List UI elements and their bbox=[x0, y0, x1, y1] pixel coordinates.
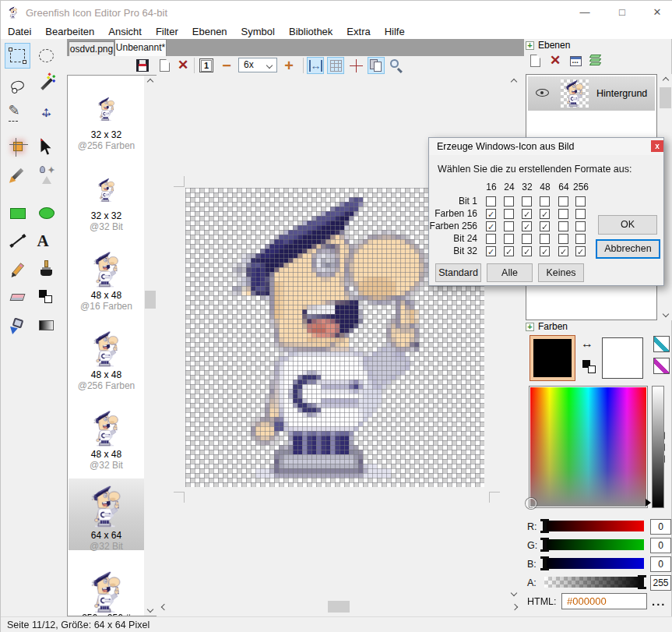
swap-colors-icon[interactable]: ↔ bbox=[581, 337, 593, 351]
checkbox-1Bit-64[interactable] bbox=[558, 196, 568, 207]
scroll-up-icon[interactable] bbox=[659, 74, 672, 87]
checkbox-1Bit-48[interactable] bbox=[540, 196, 550, 207]
menu-bibliothek[interactable]: Bibliothek bbox=[282, 24, 340, 39]
scroll-up-icon[interactable] bbox=[507, 75, 520, 88]
page-item-7[interactable]: 256 x 256 # bbox=[69, 569, 144, 616]
actual-size-button[interactable]: 1 bbox=[198, 57, 215, 74]
dialog-close-icon[interactable]: x bbox=[651, 140, 663, 152]
tool-rectangle[interactable] bbox=[5, 200, 30, 226]
menu-ansicht[interactable]: Ansicht bbox=[101, 24, 149, 39]
minimize-icon[interactable]: — bbox=[572, 4, 598, 21]
b-value[interactable]: 0 bbox=[650, 556, 671, 572]
checkbox-1Bit-32[interactable] bbox=[522, 196, 532, 207]
fit-window-button[interactable]: ↔ bbox=[307, 57, 324, 74]
scroll-left-icon[interactable] bbox=[157, 600, 171, 613]
tool-crop[interactable] bbox=[5, 133, 30, 159]
a-value[interactable]: 255 bbox=[650, 575, 671, 591]
checkbox-32Bit-256[interactable]: ✓ bbox=[575, 246, 586, 256]
cancel-button[interactable]: Abbrechen bbox=[596, 239, 660, 259]
save-button[interactable] bbox=[134, 57, 151, 74]
ok-button[interactable]: OK bbox=[598, 215, 657, 235]
layer-properties-button[interactable] bbox=[566, 51, 585, 70]
tab-osdvdpng[interactable]: osdvd.png bbox=[69, 41, 114, 56]
checkbox-24Bit-256[interactable] bbox=[575, 234, 586, 244]
tool-select-pen[interactable]: ✎ bbox=[5, 99, 30, 125]
checkbox-24Bit-16[interactable] bbox=[486, 234, 496, 244]
background-color-swatch[interactable] bbox=[602, 337, 643, 379]
checkbox-16Farben-32[interactable]: ✓ bbox=[522, 209, 532, 219]
checkbox-16Farben-64[interactable] bbox=[558, 209, 568, 219]
checkbox-32Bit-48[interactable]: ✓ bbox=[540, 246, 550, 256]
tool-color-replace[interactable] bbox=[33, 284, 59, 310]
tool-ellipse[interactable] bbox=[33, 200, 59, 226]
tool-select-lasso[interactable] bbox=[5, 71, 30, 97]
checkbox-256Farben-64[interactable] bbox=[558, 221, 568, 231]
tool-text[interactable]: A bbox=[33, 228, 59, 254]
menu-hilfe[interactable]: Hilfe bbox=[378, 24, 412, 39]
magnifier-button[interactable] bbox=[388, 57, 405, 74]
foreground-color-swatch[interactable] bbox=[530, 336, 575, 380]
layer-merge-button[interactable] bbox=[586, 51, 605, 70]
pages-scrollbar[interactable] bbox=[144, 76, 157, 616]
hue-saturation-field[interactable] bbox=[529, 386, 648, 508]
show-grid-button[interactable] bbox=[327, 57, 344, 74]
checkbox-16Farben-24[interactable] bbox=[504, 209, 514, 219]
maximize-icon[interactable]: □ bbox=[609, 4, 635, 21]
tool-pointer[interactable] bbox=[33, 133, 59, 159]
tool-eyedropper[interactable] bbox=[5, 161, 30, 187]
slider-handle[interactable] bbox=[640, 575, 644, 589]
transparent-color-chip[interactable] bbox=[653, 336, 670, 352]
tool-retouch[interactable]: ✦ bbox=[33, 161, 59, 187]
dialog-title-bar[interactable]: Erzeuge Windows-Icon aus Bild bbox=[429, 138, 663, 155]
layer-row-hintergrund[interactable]: Hintergrund bbox=[528, 76, 655, 111]
tab-unbenannt[interactable]: Unbenannt* bbox=[114, 39, 167, 56]
value-pointer-icon[interactable] bbox=[646, 499, 651, 507]
checkbox-32Bit-32[interactable]: ✓ bbox=[522, 246, 532, 256]
inverted-color-chip[interactable] bbox=[653, 358, 670, 374]
r-slider[interactable] bbox=[544, 521, 644, 531]
page-item-4[interactable]: 48 x 48@256 Farben bbox=[69, 326, 144, 404]
menu-datei[interactable]: Datei bbox=[1, 24, 38, 39]
g-value[interactable]: 0 bbox=[650, 538, 671, 553]
checkbox-32Bit-64[interactable]: ✓ bbox=[558, 246, 568, 256]
checkbox-16Farben-256[interactable] bbox=[575, 209, 586, 219]
tool-magic-wand[interactable] bbox=[33, 71, 59, 97]
checkbox-256Farben-24[interactable] bbox=[504, 221, 514, 231]
fg-bg-mini-icon[interactable] bbox=[582, 360, 598, 376]
checkbox-1Bit-256[interactable] bbox=[575, 196, 586, 207]
checkbox-24Bit-48[interactable] bbox=[540, 234, 550, 244]
more-colors-button[interactable]: ... bbox=[652, 595, 667, 608]
delete-page-button[interactable]: ✕ bbox=[174, 57, 192, 74]
scrollbar-thumb[interactable] bbox=[328, 601, 350, 613]
tool-gradient[interactable] bbox=[33, 312, 59, 338]
tool-select-rect[interactable] bbox=[5, 43, 30, 69]
scroll-down-icon[interactable] bbox=[659, 308, 672, 320]
canvas-hscrollbar[interactable] bbox=[157, 600, 521, 613]
menu-symbol[interactable]: Symbol bbox=[234, 24, 282, 39]
tool-eraser[interactable] bbox=[5, 284, 30, 310]
zoom-select[interactable]: 6x bbox=[238, 58, 277, 72]
new-page-button[interactable] bbox=[156, 57, 173, 74]
all-button[interactable]: Alle bbox=[487, 263, 533, 282]
a-slider[interactable] bbox=[544, 577, 644, 588]
menu-filter[interactable]: Filter bbox=[149, 24, 185, 39]
tool-bucket-fill[interactable] bbox=[5, 312, 30, 338]
checkbox-1Bit-24[interactable] bbox=[504, 196, 514, 207]
html-color-input[interactable]: #000000 bbox=[561, 593, 647, 609]
slider-handle[interactable] bbox=[543, 556, 547, 570]
slider-handle[interactable] bbox=[543, 519, 547, 533]
center-lines-button[interactable] bbox=[347, 57, 364, 74]
b-slider[interactable] bbox=[544, 558, 644, 569]
zoom-in-button[interactable]: + bbox=[280, 57, 297, 74]
tool-line[interactable] bbox=[5, 228, 30, 254]
layer-new-button[interactable] bbox=[526, 51, 544, 70]
slider-handle[interactable] bbox=[543, 538, 547, 552]
scroll-down-icon[interactable] bbox=[507, 586, 520, 599]
menu-bearbeiten[interactable]: Bearbeiten bbox=[38, 24, 101, 39]
scroll-right-icon[interactable] bbox=[508, 600, 521, 613]
tool-pencil[interactable] bbox=[5, 256, 30, 282]
checkbox-256Farben-256[interactable] bbox=[575, 221, 586, 231]
checkbox-24Bit-24[interactable] bbox=[504, 234, 514, 244]
page-item-3[interactable]: 48 x 48@16 Farben bbox=[69, 246, 144, 324]
menu-ebenen[interactable]: Ebenen bbox=[185, 24, 234, 39]
